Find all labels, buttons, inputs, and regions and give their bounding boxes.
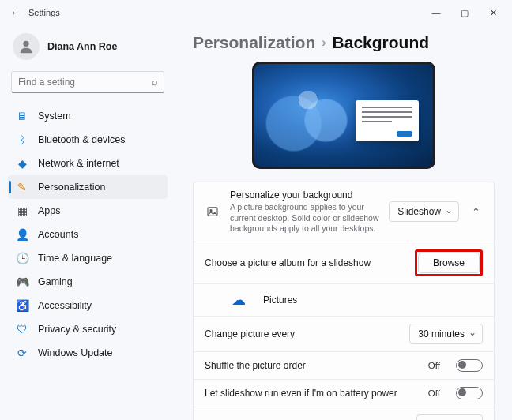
privacy-icon: 🛡: [16, 323, 28, 336]
sidebar-item-label: Apps: [38, 205, 61, 216]
pictures-row[interactable]: ☁ Pictures: [194, 284, 494, 317]
shuffle-toggle[interactable]: [456, 359, 483, 372]
svg-rect-1: [208, 208, 217, 216]
update-icon: ⟳: [16, 347, 28, 359]
sidebar-item-label: Privacy & security: [38, 324, 116, 335]
system-icon: 🖥: [16, 110, 28, 122]
cloud-icon: ☁: [232, 291, 246, 309]
personalization-icon: ✎: [16, 181, 28, 193]
battery-row: Let slideshow run even if I'm on battery…: [194, 380, 494, 407]
nav-list: 🖥SystemᛒBluetooth & devices◆Network & in…: [8, 104, 168, 365]
change-interval-row: Change picture every 30 minutes: [194, 317, 494, 352]
search-input[interactable]: [11, 71, 164, 93]
breadcrumb-current: Background: [333, 33, 430, 52]
svg-point-2: [210, 210, 212, 212]
gaming-icon: 🎮: [16, 276, 28, 288]
personalize-sub: A picture background applies to your cur…: [230, 202, 379, 234]
accounts-icon: 👤: [16, 228, 28, 241]
sidebar-item-bluetooth-devices[interactable]: ᛒBluetooth & devices: [8, 128, 168, 152]
time-language-icon: 🕒: [16, 252, 28, 264]
sidebar-item-label: Bluetooth & devices: [38, 134, 126, 145]
battery-toggle[interactable]: [456, 387, 483, 399]
apps-icon: ▦: [16, 204, 28, 217]
sidebar-item-label: System: [38, 111, 71, 122]
album-label: Choose a picture album for a slideshow: [205, 257, 405, 268]
sidebar-item-time-language[interactable]: 🕒Time & language: [8, 246, 168, 270]
accessibility-icon: ♿: [16, 299, 28, 312]
user-row[interactable]: Diana Ann Roe: [8, 30, 168, 69]
back-button[interactable]: ←: [5, 6, 27, 19]
browse-button[interactable]: Browse: [418, 253, 480, 273]
sidebar-item-label: Gaming: [38, 276, 73, 287]
sidebar-item-label: Network & internet: [38, 158, 119, 169]
sidebar-item-system[interactable]: 🖥System: [8, 104, 168, 128]
interval-select[interactable]: 30 minutes: [409, 324, 483, 344]
sidebar-item-label: Time & language: [38, 253, 112, 264]
network-icon: ◆: [16, 157, 28, 170]
bluetooth-icon: ᛒ: [16, 133, 28, 146]
shuffle-label: Shuffle the picture order: [205, 360, 419, 371]
breadcrumb: Personalization › Background: [193, 33, 495, 52]
window-title: Settings: [28, 8, 60, 17]
sidebar-item-label: Personalization: [38, 182, 105, 193]
sidebar-item-apps[interactable]: ▦Apps: [8, 199, 168, 223]
sidebar-item-accessibility[interactable]: ♿Accessibility: [8, 294, 168, 317]
battery-label: Let slideshow run even if I'm on battery…: [205, 388, 419, 399]
breadcrumb-parent[interactable]: Personalization: [193, 33, 315, 52]
content: Personalization › Background Personalize…: [175, 25, 512, 420]
change-label: Change picture every: [205, 328, 400, 339]
sidebar: Diana Ann Roe ⌕ 🖥SystemᛒBluetooth & devi…: [0, 25, 175, 420]
titlebar: ← Settings — ▢ ✕: [0, 0, 512, 25]
personalize-title: Personalize your background: [230, 189, 379, 201]
picture-icon: [205, 205, 220, 218]
sidebar-item-label: Accessibility: [38, 300, 92, 311]
user-name: Diana Ann Roe: [47, 41, 117, 52]
settings-panel: Personalize your background A picture ba…: [193, 182, 495, 420]
maximize-button[interactable]: ▢: [450, 2, 479, 24]
highlight-box: Browse: [415, 249, 483, 276]
sidebar-item-windows-update[interactable]: ⟳Windows Update: [8, 341, 168, 365]
fit-row: Choose a fit for your desktop image Fill: [194, 407, 494, 420]
sidebar-item-label: Windows Update: [38, 347, 113, 358]
sidebar-item-label: Accounts: [38, 229, 78, 240]
battery-state: Off: [428, 388, 440, 398]
minimize-button[interactable]: —: [422, 2, 450, 24]
background-type-select[interactable]: Slideshow: [389, 201, 459, 222]
sidebar-item-accounts[interactable]: 👤Accounts: [8, 223, 168, 246]
personalize-row[interactable]: Personalize your background A picture ba…: [194, 182, 494, 242]
fit-select[interactable]: Fill: [416, 414, 483, 420]
avatar: [13, 33, 40, 60]
sidebar-item-network-internet[interactable]: ◆Network & internet: [8, 152, 168, 175]
desktop-preview: [252, 62, 435, 169]
album-row: Choose a picture album for a slideshow B…: [194, 242, 494, 284]
search-icon: ⌕: [152, 76, 158, 88]
chevron-right-icon: ›: [322, 36, 326, 50]
shuffle-row: Shuffle the picture order Off: [194, 352, 494, 380]
close-button[interactable]: ✕: [479, 2, 507, 24]
svg-point-0: [23, 41, 28, 47]
sidebar-item-gaming[interactable]: 🎮Gaming: [8, 270, 168, 294]
shuffle-state: Off: [428, 361, 440, 370]
chevron-up-icon[interactable]: ⌃: [469, 206, 483, 218]
sidebar-item-personalization[interactable]: ✎Personalization: [8, 175, 168, 199]
sidebar-item-privacy-security[interactable]: 🛡Privacy & security: [8, 317, 168, 341]
pictures-label: Pictures: [263, 294, 297, 306]
